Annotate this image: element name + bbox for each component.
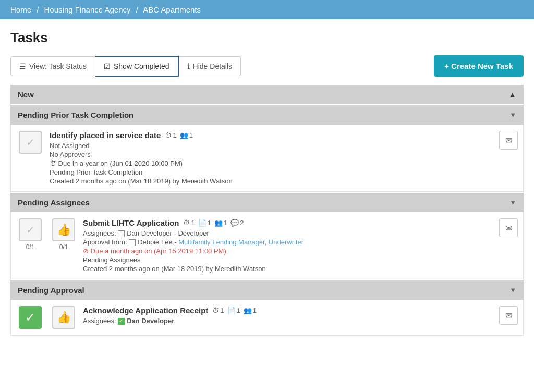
task-info: Submit LIHTC Application ⏱ 1 📄 1 👥 1: [83, 218, 494, 273]
clock-count: 1: [220, 307, 224, 314]
create-new-task-button[interactable]: + Create New Task: [434, 55, 524, 77]
list-icon: ☰: [19, 62, 26, 70]
table-row: ✓ Identify placed in service date ⏱ 1 👥 …: [10, 125, 524, 192]
show-completed-label: Show Completed: [114, 62, 169, 70]
task-meta-icons: ⏱ 1 👥 1: [165, 131, 192, 139]
section-pending-prior: Pending Prior Task Completion ▼: [10, 105, 524, 125]
task-status-label: Pending Prior Task Completion: [50, 168, 494, 176]
section-new-label: New: [18, 90, 34, 99]
check-empty-icon: ✓: [26, 224, 35, 236]
task-thumb-area: 👍 0/1: [50, 218, 78, 251]
breadcrumb-sep1: /: [37, 5, 39, 14]
group-count: 1: [253, 307, 257, 314]
section-pending-prior-label: Pending Prior Task Completion: [18, 111, 134, 119]
task-group-pending-assignees: Pending Assignees ▼ ✓ 0/1 👍 0/1 Submit L…: [10, 193, 524, 279]
email-icon: ✉: [505, 223, 512, 233]
table-row: ✓ 👍 Acknowledge Application Receipt ⏱ 1: [10, 300, 524, 336]
task-title-row: Identify placed in service date ⏱ 1 👥 1: [50, 131, 494, 140]
file-icon: 📄: [227, 307, 236, 314]
task-created: Created 2 months ago on (Mar 18 2019) by…: [83, 265, 494, 273]
task-actions: ✉: [499, 218, 518, 237]
clock-icon-small: ⏱: [50, 160, 56, 167]
task-checkbox[interactable]: ✓: [19, 131, 42, 154]
section-new: New ▲: [10, 85, 524, 104]
task-actions: ✉: [499, 306, 518, 325]
task-title-row: Submit LIHTC Application ⏱ 1 📄 1 👥 1: [83, 218, 494, 227]
task-approval-from: Approval from: Debbie Lee - Multifamily …: [83, 238, 494, 246]
section-new-chevron-up[interactable]: ▲: [508, 90, 516, 99]
email-icon: ✉: [505, 311, 512, 321]
task-email-button[interactable]: ✉: [499, 306, 518, 325]
section-pending-approval-chevron[interactable]: ▼: [509, 286, 516, 294]
task-check-area: ✓: [16, 131, 44, 154]
check-icon: ✓: [25, 310, 35, 325]
task-approval-area: ✓: [16, 306, 44, 329]
task-approval-progress: 0/1: [59, 243, 68, 251]
check-empty-icon: ✓: [26, 136, 35, 149]
task-approval-box[interactable]: 👍: [52, 306, 75, 329]
task-group-pending-approval: Pending Approval ▼ ✓ 👍 Acknowledge Appli…: [10, 280, 524, 336]
clock-icon: ⏱: [183, 219, 190, 227]
task-assignees: Assignees: Dan Developer: [83, 317, 494, 325]
task-assignees: Assignees: Dan Developer - Developer: [83, 229, 494, 237]
task-group-pending-prior: Pending Prior Task Completion ▼ ✓ Identi…: [10, 105, 524, 192]
task-due: ⊘ Due a month ago on (Apr 15 2019 11:00 …: [83, 247, 494, 255]
task-checkbox[interactable]: ✓: [19, 218, 42, 241]
task-meta-icons: ⏱ 1 📄 1 👥 1 💬 2: [183, 219, 244, 227]
task-email-button[interactable]: ✉: [499, 131, 518, 150]
task-approval-area: ✓ 0/1: [16, 218, 44, 251]
toolbar: ☰ View: Task Status ☑ Show Completed ℹ H…: [10, 55, 524, 77]
show-completed-button[interactable]: ☑ Show Completed: [95, 56, 179, 77]
task-actions: ✉: [499, 131, 518, 150]
view-task-status-button[interactable]: ☰ View: Task Status: [10, 56, 95, 76]
task-assignees: Not Assigned: [50, 142, 494, 150]
thumb-icon: 👍: [57, 311, 71, 324]
comment-badge: 💬 2: [230, 219, 244, 227]
clock-badge: ⏱ 1: [212, 307, 224, 314]
section-pending-approval-label: Pending Approval: [18, 286, 84, 295]
task-due: ⏱ Due in a year on (Jun 01 2020 10:00 PM…: [50, 160, 494, 167]
section-pending-assignees-chevron[interactable]: ▼: [509, 199, 516, 206]
group-badge: 👥 1: [244, 307, 257, 314]
task-thumb-area: 👍: [50, 306, 78, 329]
group-badge: 👥 1: [180, 131, 193, 139]
breadcrumb-home[interactable]: Home: [10, 5, 31, 14]
group-icon: 👥: [244, 307, 252, 314]
email-icon: ✉: [505, 136, 512, 145]
task-checkbox[interactable]: ✓: [19, 306, 42, 329]
clock-icon: ⏱: [212, 307, 219, 314]
breadcrumb: Home / Housing Finance Agency / ABC Apar…: [10, 5, 201, 14]
clock-badge: ⏱ 1: [165, 131, 176, 139]
section-pending-approval: Pending Approval ▼: [10, 280, 524, 300]
file-count: 1: [208, 219, 211, 227]
breadcrumb-sep2: /: [136, 5, 138, 14]
task-title-row: Acknowledge Application Receipt ⏱ 1 📄 1 …: [83, 306, 494, 315]
clock-badge: ⏱ 1: [183, 219, 195, 227]
section-pending-assignees: Pending Assignees ▼: [10, 193, 524, 212]
task-check-progress: 0/1: [26, 243, 35, 251]
file-badge: 📄 1: [198, 219, 211, 227]
breadcrumb-agency[interactable]: Housing Finance Agency: [44, 5, 131, 14]
top-header: Home / Housing Finance Agency / ABC Apar…: [0, 0, 534, 19]
task-title: Identify placed in service date: [50, 131, 161, 140]
file-icon: 📄: [198, 219, 207, 227]
group-count: 1: [189, 131, 193, 139]
task-status-label: Pending Assignees: [83, 256, 494, 264]
thumb-icon: 👍: [57, 223, 71, 237]
breadcrumb-project[interactable]: ABC Apartments: [143, 5, 201, 14]
table-row: ✓ 0/1 👍 0/1 Submit LIHTC Application ⏱ 1: [10, 212, 524, 279]
group-badge: 👥 1: [214, 219, 227, 227]
view-task-status-label: View: Task Status: [29, 62, 87, 70]
info-icon: ℹ: [187, 62, 190, 70]
page-title: Tasks: [10, 30, 524, 46]
task-meta-icons: ⏱ 1 📄 1 👥 1: [212, 307, 257, 314]
task-approval-box[interactable]: 👍: [52, 218, 75, 241]
task-info: Acknowledge Application Receipt ⏱ 1 📄 1 …: [83, 306, 494, 325]
hide-details-button[interactable]: ℹ Hide Details: [179, 56, 241, 76]
clock-count: 1: [191, 219, 195, 227]
task-email-button[interactable]: ✉: [499, 218, 518, 237]
page-content: Tasks ☰ View: Task Status ☑ Show Complet…: [0, 19, 534, 347]
section-pending-prior-chevron[interactable]: ▼: [509, 111, 516, 119]
clock-icon: ⏱: [165, 131, 172, 139]
comment-count: 2: [240, 219, 244, 227]
